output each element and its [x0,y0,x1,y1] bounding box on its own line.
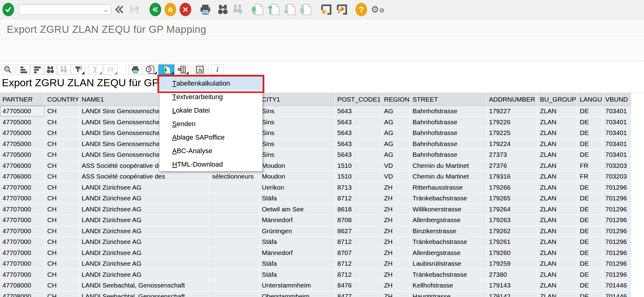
table-cell[interactable]: DE [577,117,603,128]
table-cell[interactable]: 47708000 [0,291,45,297]
subtotals-button[interactable]: Σ⁄Σ [103,64,118,75]
table-cell[interactable]: LANDI Seebachtal, Genossenschaft [79,280,210,291]
table-cell[interactable]: 47707000 [0,204,45,215]
table-cell[interactable]: 8476 [335,280,382,291]
table-cell[interactable]: 179261 [487,237,537,248]
table-cell[interactable]: 179260 [487,248,537,259]
help-button[interactable]: ? [355,3,367,16]
table-cell[interactable]: ZLAN [537,280,577,291]
table-cell[interactable]: Sins [259,139,335,150]
table-cell[interactable]: ZH [382,280,410,291]
page-up-button[interactable] [267,3,280,16]
table-cell[interactable]: 5643 [335,117,382,128]
table-cell[interactable] [210,226,259,237]
table-cell[interactable]: DE [577,106,603,117]
table-cell[interactable]: DE [577,248,603,259]
table-cell[interactable]: ZLAN [537,226,577,237]
exit-button[interactable] [165,3,176,16]
table-cell[interactable]: ZH [382,291,410,297]
table-cell[interactable]: CH [45,128,79,139]
table-cell[interactable]: 701296 [603,226,631,237]
table-cell[interactable]: Oberstammheim [259,291,335,297]
table-cell[interactable]: 8712 [335,258,382,269]
table-cell[interactable]: ZH [382,258,410,269]
find-next-button[interactable] [232,3,244,16]
table-cell[interactable]: 701446 [603,291,631,297]
table-cell[interactable]: 47705000 [0,139,45,150]
table-cell[interactable]: CH [45,291,79,297]
table-cell[interactable]: ZH [382,193,410,204]
table-cell[interactable]: Männedorf [259,215,335,226]
table-cell[interactable]: DE [577,258,603,269]
table-cell[interactable]: DE [577,226,603,237]
export-button[interactable] [158,64,174,75]
sort-descending-button[interactable] [30,64,43,75]
table-cell[interactable]: ZLAN [537,149,577,160]
menu-item-tabellenkalkulation[interactable]: Tabellenkalkulation [159,77,262,90]
graphic-button[interactable] [193,64,206,75]
table-cell[interactable]: ZLAN [537,160,577,172]
table-cell[interactable]: CH [45,215,79,226]
table-cell[interactable]: Grüningen [259,226,335,237]
table-cell[interactable] [210,280,259,291]
last-page-button[interactable] [299,3,312,16]
table-cell[interactable]: Kellhofstrasse [410,280,487,291]
table-cell[interactable]: Unterstammheim [259,280,335,291]
table-cell[interactable]: Tränkebachstrasse [410,269,487,280]
table-cell[interactable] [210,182,259,193]
table-cell[interactable]: ZLAN [537,204,577,215]
table-cell[interactable]: 179262 [487,226,537,237]
splitter-handle[interactable] [0,60,644,63]
table-cell[interactable]: 47705000 [0,117,45,128]
menu-item-abc-analyse[interactable]: ABC-Analyse [159,144,262,158]
table-cell[interactable]: ZLAN [537,258,577,269]
table-cell[interactable]: Männedorf [259,248,335,259]
table-cell[interactable]: Bahnhofstrasse [410,117,487,128]
menu-item-senden[interactable]: Senden [159,117,262,131]
table-cell[interactable]: DE [577,215,603,226]
table-cell[interactable]: Hauptstrasse [410,291,487,297]
choose-layout-button[interactable] [175,64,189,75]
table-cell[interactable]: 701296 [603,237,631,248]
table-cell[interactable]: ZLAN [537,106,577,117]
table-cell[interactable]: ZLAN [537,248,577,259]
cancel-button[interactable] [180,3,191,16]
menu-item-html-download[interactable]: HTML-Download [159,158,262,171]
table-cell[interactable]: ZLAN [537,182,577,193]
table-cell[interactable]: ZLAN [537,215,577,226]
table-cell[interactable]: ZH [382,269,410,280]
table-cell[interactable]: 47707000 [0,193,45,204]
table-cell[interactable]: 701296 [603,193,631,204]
table-cell[interactable]: 47705000 [0,128,45,139]
menu-item-textverarbeitung[interactable]: Textverarbeitung [159,90,262,104]
table-cell[interactable]: DE [577,291,603,297]
table-cell[interactable]: ZH [382,182,410,193]
table-cell[interactable]: LANDI Zürichsee AG [79,204,210,215]
table-cell[interactable]: 703401 [603,149,631,160]
sum-button[interactable]: Σ [88,64,103,75]
table-cell[interactable]: CH [45,117,79,128]
table-cell[interactable]: CH [45,226,79,237]
table-cell[interactable]: 703203 [603,160,631,172]
table-cell[interactable]: AG [382,117,410,128]
column-header-partner[interactable]: PARTNER [0,93,45,106]
column-header-addrnumber[interactable]: ADDRNUMBER [487,93,537,106]
table-cell[interactable]: 8708 [335,215,382,226]
table-cell[interactable]: DE [577,269,603,280]
table-cell[interactable]: Sins [259,106,335,117]
table-cell[interactable]: Oetwil am See [259,204,335,215]
table-cell[interactable]: Bahnhofstrasse [410,106,487,117]
table-cell[interactable]: 179225 [487,128,537,139]
table-cell[interactable]: ZH [382,248,410,259]
filter-button[interactable] [71,64,85,75]
table-cell[interactable]: 703401 [603,139,631,150]
table-cell[interactable]: 701296 [603,204,631,215]
table-cell[interactable]: Tränkebachstrasse [410,193,487,204]
table-cell[interactable]: CH [45,193,79,204]
table-cell[interactable]: ZLAN [537,237,577,248]
table-cell[interactable]: 8712 [335,193,382,204]
find-button[interactable] [217,3,229,16]
table-cell[interactable]: Chemin du Martinet [410,171,487,182]
page-down-button[interactable] [283,3,296,16]
table-cell[interactable]: AG [382,139,410,150]
